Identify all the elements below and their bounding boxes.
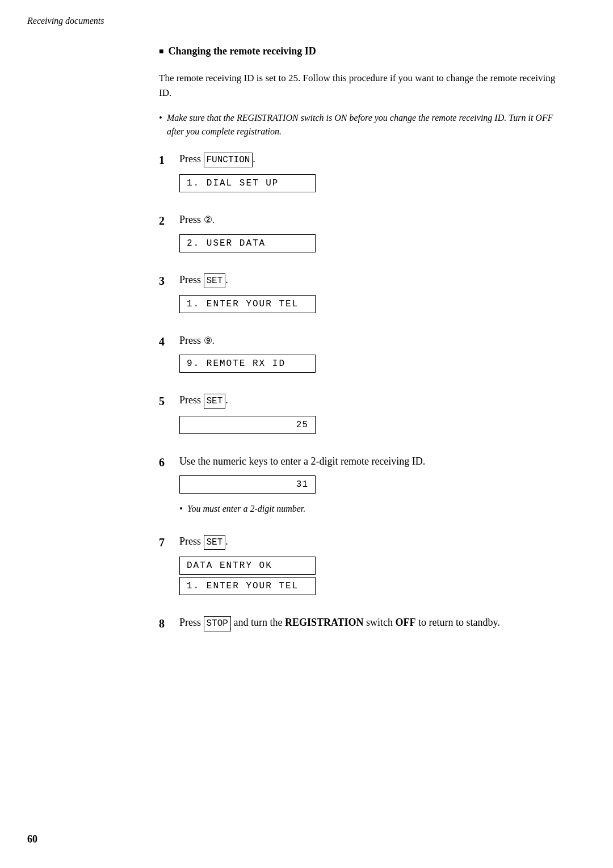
step-4-text: Press ⑨. [179,334,568,348]
stop-key: STOP [204,616,231,631]
step-3-content: Press SET. 1. ENTER YOUR TEL [179,273,568,323]
step-3-text: Press SET. [179,273,568,288]
step-3-number: 3 [159,273,179,289]
step-7-lcd-2: 1. ENTER YOUR TEL [179,577,316,595]
step-8-text: Press STOP and turn the REGISTRATION swi… [179,616,568,631]
step-8-number: 8 [159,616,179,631]
note-text: Make sure that the REGISTRATION switch i… [159,111,568,138]
step-7-lcd-group: DATA ENTRY OK 1. ENTER YOUR TEL [179,557,568,595]
step-1-content: Press FUNCTION. 1. DIAL SET UP [179,152,568,203]
step-1-lcd: 1. DIAL SET UP [179,174,316,192]
step-7: 7 Press SET. DATA ENTRY OK 1. ENTER YOUR… [159,534,568,605]
step-8-content: Press STOP and turn the REGISTRATION swi… [179,616,568,638]
set-key-3: SET [204,273,226,288]
step-4-number: 4 [159,334,179,349]
step-6-number: 6 [159,454,179,470]
step-3-lcd: 1. ENTER YOUR TEL [179,295,316,313]
circle-2: ② [204,213,212,227]
step-2-number: 2 [159,213,179,229]
step-2-text: Press ②. [179,213,568,227]
step-5-number: 5 [159,393,179,409]
section-title: Changing the remote receiving ID [159,45,568,57]
step-5: 5 Press SET. 25 [159,393,568,444]
page-label: Receiving documents [27,16,104,26]
step-5-lcd: 25 [179,416,316,434]
set-key-7: SET [204,535,226,550]
off-word: OFF [396,617,416,628]
step-1-text: Press FUNCTION. [179,152,568,167]
step-6-text: Use the numeric keys to enter a 2-digit … [179,454,568,469]
circle-9: ⑨ [204,334,212,348]
step-2-content: Press ②. 2. USER DATA [179,213,568,262]
step-5-content: Press SET. 25 [179,393,568,444]
step-4: 4 Press ⑨. 9. REMOTE RX ID [159,334,568,383]
step-6: 6 Use the numeric keys to enter a 2-digi… [159,454,568,524]
step-3: 3 Press SET. 1. ENTER YOUR TEL [159,273,568,323]
step-1-number: 1 [159,152,179,168]
function-key: FUNCTION [204,153,253,167]
step-7-text: Press SET. [179,534,568,550]
step-4-content: Press ⑨. 9. REMOTE RX ID [179,334,568,383]
set-key-5: SET [204,394,226,408]
step-1: 1 Press FUNCTION. 1. DIAL SET UP [159,152,568,203]
step-5-text: Press SET. [179,393,568,408]
step-7-content: Press SET. DATA ENTRY OK 1. ENTER YOUR T… [179,534,568,605]
step-7-lcd-1: DATA ENTRY OK [179,557,316,575]
step-8: 8 Press STOP and turn the REGISTRATION s… [159,616,568,638]
step-6-subnote: You must enter a 2-digit number. [179,504,568,514]
intro-text: The remote receiving ID is set to 25. Fo… [159,71,568,100]
step-6-content: Use the numeric keys to enter a 2-digit … [179,454,568,524]
step-6-lcd: 31 [179,475,316,494]
registration-word: REGISTRATION [285,617,364,628]
step-4-lcd: 9. REMOTE RX ID [179,355,316,373]
step-2: 2 Press ②. 2. USER DATA [159,213,568,262]
step-7-number: 7 [159,534,179,550]
page-number: 60 [27,833,37,845]
step-2-lcd: 2. USER DATA [179,234,316,252]
